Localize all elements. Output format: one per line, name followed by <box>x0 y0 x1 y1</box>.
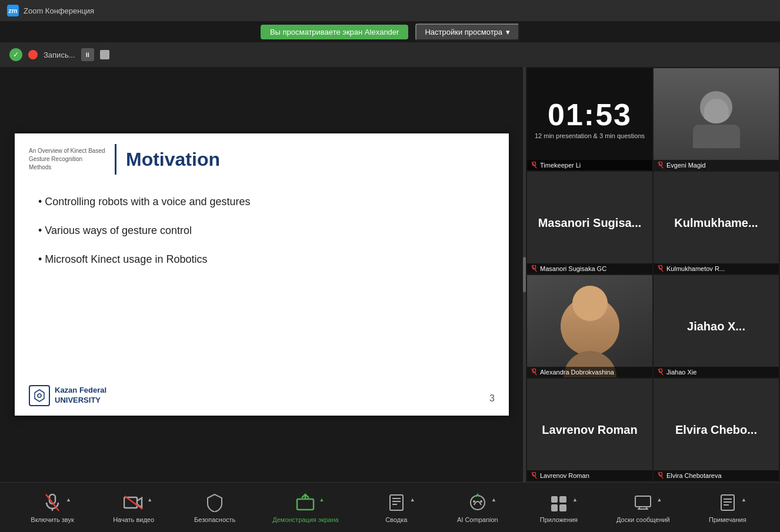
mute-icon-lavrenov <box>531 472 538 479</box>
participant-name-kulmukhametov: Kulmukhametov R... <box>666 265 725 272</box>
mute-icon-alexandra <box>531 369 538 376</box>
participant-tile-evgeni: Evgeni Magid <box>654 68 779 170</box>
titlebar: zm Zoom Конференция <box>0 0 780 21</box>
settings-button[interactable]: Настройки просмотра ▾ <box>415 24 519 41</box>
share-label: Демонстрация экрана <box>272 516 338 523</box>
security-label: Безопасность <box>194 516 235 523</box>
share-chevron[interactable]: ▲ <box>319 497 325 503</box>
share-screen-button[interactable]: ▲ Демонстрация экрана <box>272 492 338 523</box>
participant-nameplate-kulmukhametov: Kulmukhametov R... <box>654 263 779 274</box>
page-number: 3 <box>489 393 495 404</box>
slide-area: An Overview of Kinect Based Gesture Reco… <box>0 67 526 482</box>
zoom-logo: zm <box>7 5 19 16</box>
participant-name-jiahao: Jiahao Xie <box>666 369 696 376</box>
slide-subtitle: An Overview of Kinect Based Gesture Reco… <box>29 147 105 172</box>
participant-name-elvira: Elvira Chebotareva <box>666 472 722 479</box>
notes-chevron[interactable]: ▲ <box>741 497 746 503</box>
svg-point-0 <box>38 394 41 397</box>
mute-icon <box>531 162 538 169</box>
slide-body: • Controlling robots with a voice and ge… <box>15 182 509 296</box>
top-banner: Вы просматриваете экран Alexander Настро… <box>0 21 780 42</box>
participant-tile-timekeeper: 01:53 12 min presentation & 3 min questi… <box>527 68 652 170</box>
video-off-icon: ▲ <box>123 492 144 513</box>
whiteboard-icon: ▲ <box>632 492 654 513</box>
participant-nameplate-lavrenov: Lavrenov Roman <box>527 470 652 481</box>
apps-label: Приложения <box>540 516 578 523</box>
whiteboard-label: Доски сообщений <box>616 516 670 523</box>
svg-point-30 <box>480 500 482 503</box>
apps-button[interactable]: ▲ Приложения <box>535 492 582 523</box>
slide-container: An Overview of Kinect Based Gesture Reco… <box>15 133 509 416</box>
main-content: An Overview of Kinect Based Gesture Reco… <box>0 67 780 482</box>
slide-bullet-1: • Controlling robots with a voice and ge… <box>38 196 485 208</box>
participant-tile-alexandra: Alexandra Dobrokvashina <box>527 275 652 377</box>
timer-display: 01:53 <box>548 99 632 130</box>
summary-chevron[interactable]: ▲ <box>410 497 415 503</box>
participant-nameplate-masanori: Masanori Sugisaka GC <box>527 263 652 274</box>
pause-button[interactable]: ⏸ <box>81 48 94 61</box>
ai-label: AI Companion <box>457 516 498 523</box>
toolbar: ▲ Включить звук ▲ Начать видео Безопасно… <box>0 482 780 532</box>
svg-point-31 <box>476 493 478 495</box>
svg-line-21 <box>125 496 142 509</box>
stop-button[interactable] <box>100 50 109 59</box>
participant-nameplate-elvira: Elvira Chebotareva <box>654 470 779 481</box>
mute-icon-masanori <box>531 265 538 272</box>
viewing-banner: Вы просматриваете экран Alexander <box>261 25 409 39</box>
participant-tile-elvira: Elvira Chebo... Elvira Chebotareva <box>654 379 779 481</box>
video-button[interactable]: ▲ Начать видео <box>110 492 157 523</box>
shield-icon <box>204 492 225 513</box>
logo-icon <box>29 385 50 406</box>
notes-icon: ▲ <box>717 492 738 513</box>
logo-text: Kazan Federal UNIVERSITY <box>55 386 106 406</box>
ai-chevron[interactable]: ▲ <box>491 497 496 503</box>
participant-name-lavrenov: Lavrenov Roman <box>540 472 589 479</box>
svg-rect-32 <box>635 496 651 507</box>
mic-label: Включить звук <box>31 516 74 523</box>
chevron-down-icon: ▾ <box>506 28 510 36</box>
apps-chevron[interactable]: ▲ <box>572 497 578 503</box>
recording-dot <box>28 50 38 59</box>
participant-tile-kulmukhametov: Kulmukhame... Kulmukhametov R... <box>654 172 779 274</box>
svg-point-28 <box>471 496 485 510</box>
participant-display-name-masanori: Masanori Sugisa... <box>534 216 646 230</box>
slide-bullet-3: • Microsoft Kinect usage in Robotics <box>38 253 485 266</box>
slide-title: Motivation <box>126 149 220 170</box>
notes-button[interactable]: ▲ Примечания <box>704 492 751 523</box>
video-chevron[interactable]: ▲ <box>147 497 152 503</box>
mic-off-icon: ▲ <box>42 492 63 513</box>
mute-icon-elvira <box>657 472 664 479</box>
participant-tile-jiahao: Jiahao X... Jiahao Xie <box>654 275 779 377</box>
participant-tile-lavrenov: Lavrenov Roman Lavrenov Roman <box>527 379 652 481</box>
participant-tile-masanori: Masanori Sugisa... Masanori Sugisaka GC <box>527 172 652 274</box>
apps-icon: ▲ <box>548 492 569 513</box>
recording-text: Запись... <box>44 51 75 59</box>
security-button[interactable]: Безопасность <box>191 492 238 523</box>
participant-nameplate-timekeeper: Timekeeper Li <box>527 160 652 170</box>
mic-chevron[interactable]: ▲ <box>66 497 71 503</box>
mic-button[interactable]: ▲ Включить звук <box>29 492 76 523</box>
svg-rect-20 <box>124 497 137 508</box>
video-label: Начать видео <box>113 516 154 523</box>
whiteboard-chevron[interactable]: ▲ <box>656 497 662 503</box>
summary-label: Сводка <box>385 516 407 523</box>
participant-display-name-lavrenov: Lavrenov Roman <box>537 423 642 437</box>
svg-point-29 <box>473 500 475 503</box>
summary-button[interactable]: ▲ Сводка <box>373 492 420 523</box>
participant-nameplate-jiahao: Jiahao Xie <box>654 367 779 377</box>
participant-name-alexandra: Alexandra Dobrokvashina <box>540 369 614 376</box>
slide-header: An Overview of Kinect Based Gesture Reco… <box>15 133 509 182</box>
mute-icon-kulmukhametov <box>657 265 664 272</box>
slide-divider <box>115 144 116 175</box>
participant-name-evgeni: Evgeni Magid <box>666 162 706 169</box>
participants-panel: 01:53 12 min presentation & 3 min questi… <box>526 67 780 482</box>
whiteboard-button[interactable]: ▲ Доски сообщений <box>616 492 670 523</box>
svg-rect-22 <box>297 499 314 510</box>
slide-footer: Kazan Federal UNIVERSITY <box>29 385 106 406</box>
university-logo: Kazan Federal UNIVERSITY <box>29 385 106 406</box>
participant-display-name-elvira: Elvira Chebo... <box>671 423 762 437</box>
notes-label: Примечания <box>709 516 746 523</box>
shield-icon: ✓ <box>9 48 22 61</box>
participant-display-name-jiahao: Jiahao X... <box>682 319 750 333</box>
ai-companion-button[interactable]: ▲ AI Companion <box>454 492 501 523</box>
